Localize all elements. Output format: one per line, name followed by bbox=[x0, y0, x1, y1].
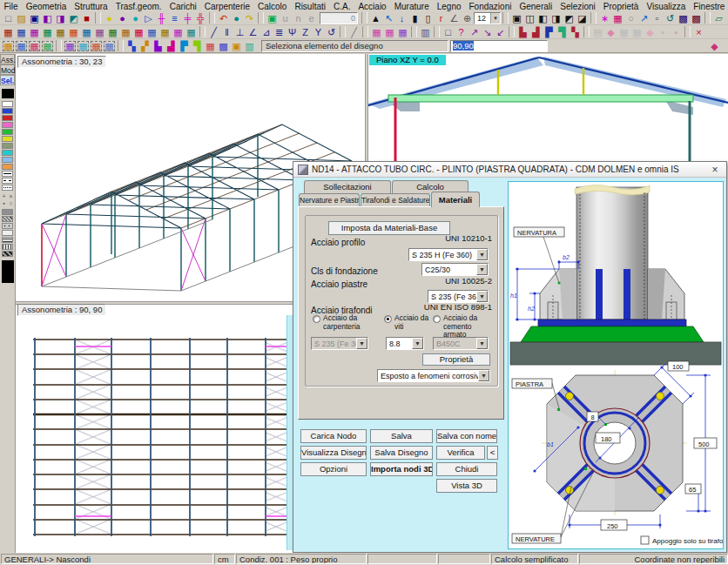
probe-3-icon[interactable]: ↙ bbox=[494, 26, 507, 38]
prop-15-icon[interactable]: ▦ bbox=[185, 26, 198, 38]
parallel-icon[interactable]: ‖ bbox=[220, 26, 233, 38]
window-small-icon[interactable]: ▫ bbox=[650, 12, 664, 24]
visualizza-disegno-button[interactable]: Visualizza Disegno bbox=[300, 446, 367, 460]
menu-propriet-[interactable]: Proprietà bbox=[599, 2, 643, 11]
color-red[interactable] bbox=[2, 115, 13, 121]
pattern-solid[interactable] bbox=[2, 209, 13, 215]
numeric-display[interactable]: 0 bbox=[320, 12, 358, 24]
color-yellow[interactable] bbox=[2, 136, 13, 142]
dropdown-arrow-icon[interactable]: ▾ bbox=[490, 13, 500, 24]
filter-2-icon[interactable]: ▞ bbox=[138, 40, 152, 52]
probe-2-icon[interactable]: ↘ bbox=[481, 26, 494, 38]
menu-c-a-[interactable]: C.A. bbox=[329, 2, 354, 11]
node-tool-3-icon[interactable]: ▛ bbox=[543, 26, 556, 38]
world-icon[interactable]: ⊕ bbox=[461, 12, 474, 24]
info-box-icon[interactable]: □ bbox=[442, 26, 455, 38]
salva-disegno-button[interactable]: Salva Disegno bbox=[370, 446, 433, 460]
dropdown-arrow-icon[interactable]: ▼ bbox=[476, 291, 488, 302]
menu-legno[interactable]: Legno bbox=[433, 2, 465, 11]
pan-icon[interactable]: ↷ bbox=[243, 12, 256, 24]
opzioni-button[interactable]: Opzioni bbox=[300, 462, 367, 476]
prop-5-icon[interactable]: ▦ bbox=[54, 26, 67, 38]
menu-generali[interactable]: Generali bbox=[516, 2, 556, 11]
close-icon[interactable]: × bbox=[708, 163, 722, 177]
zoom-window-icon[interactable]: ◧ bbox=[41, 12, 54, 24]
menu-carpenterie[interactable]: Carpenterie bbox=[200, 2, 253, 11]
mesh-3-icon[interactable]: ▦ bbox=[396, 26, 409, 38]
z-axis-icon[interactable]: Z bbox=[299, 26, 312, 38]
current-color-swatch[interactable] bbox=[2, 89, 14, 98]
sel-all-icon[interactable]: ▦ bbox=[103, 40, 116, 52]
grid-x-icon[interactable]: ╬ bbox=[194, 12, 207, 24]
menu-struttura[interactable]: Struttura bbox=[71, 2, 111, 11]
node-tool-5-icon[interactable]: ▚ bbox=[569, 26, 582, 38]
view-solid-icon[interactable]: ▮ bbox=[408, 12, 421, 24]
pattern-hlines[interactable] bbox=[2, 237, 13, 243]
export-3-icon[interactable]: ▦ bbox=[617, 26, 630, 38]
node-flag-icon[interactable]: ▷ bbox=[142, 12, 155, 24]
dropdown-arrow-icon[interactable]: ▼ bbox=[476, 249, 488, 260]
prop-6-icon[interactable]: ▦ bbox=[67, 26, 80, 38]
ref-icon[interactable]: r bbox=[435, 12, 448, 24]
mesh-1-icon[interactable]: ▦ bbox=[370, 26, 383, 38]
y-axis-icon[interactable]: Y bbox=[312, 26, 325, 38]
tab-materiali[interactable]: Materiali bbox=[431, 192, 480, 207]
salva-button[interactable]: Salva bbox=[370, 429, 433, 443]
redraw-icon[interactable]: ■ bbox=[80, 12, 93, 24]
export-6-icon[interactable]: ▪ bbox=[657, 26, 670, 38]
carica-nodo-button[interactable]: Carica Nodo bbox=[300, 429, 367, 443]
color-magenta[interactable] bbox=[2, 122, 13, 128]
fork-icon[interactable]: Ψ bbox=[286, 26, 299, 38]
appoggio-checkbox[interactable] bbox=[641, 536, 649, 544]
sel-add-icon[interactable]: ▦ bbox=[64, 40, 77, 52]
new-document-icon[interactable]: □ bbox=[2, 12, 15, 24]
layout-4-icon[interactable]: ◨ bbox=[549, 12, 563, 24]
tab-nervature-e-piastra[interactable]: Nervature e Piastra bbox=[299, 193, 360, 207]
palette-icon[interactable]: ▦ bbox=[611, 12, 624, 24]
prop-12-icon[interactable]: ▦ bbox=[145, 26, 158, 38]
triangle-icon[interactable]: ⊿ bbox=[260, 26, 273, 38]
color-white[interactable] bbox=[2, 101, 13, 107]
render-glass-icon[interactable]: ● bbox=[129, 12, 142, 24]
view-button-ass[interactable]: Ass. bbox=[0, 54, 15, 64]
view-button-mod[interactable]: Mod bbox=[0, 64, 15, 75]
pattern-dense[interactable] bbox=[2, 251, 13, 257]
grid-w-icon[interactable]: ╪ bbox=[181, 12, 194, 24]
color-orange[interactable] bbox=[2, 164, 13, 170]
dropdown-arrow-icon[interactable]: ▼ bbox=[412, 338, 423, 349]
dropdown-arrow-icon[interactable]: ▼ bbox=[476, 264, 488, 275]
prop-10-icon[interactable]: ▦ bbox=[119, 26, 132, 38]
menu-risultati[interactable]: Risultati bbox=[291, 2, 330, 11]
prop-9-icon[interactable]: ▦ bbox=[106, 26, 119, 38]
zoom-dynamic-icon[interactable]: ◨ bbox=[54, 12, 67, 24]
menu-trasf-geom-[interactable]: Trasf.geom. bbox=[111, 2, 165, 11]
snap-circle-icon[interactable]: ○ bbox=[8, 200, 15, 207]
viewport-frame-elevation[interactable] bbox=[366, 54, 728, 162]
perpendicular-icon[interactable]: ⊥ bbox=[233, 26, 246, 38]
pattern-vlines[interactable] bbox=[2, 244, 13, 250]
prop-14-icon[interactable]: ▦ bbox=[172, 26, 185, 38]
arrow-ne-icon[interactable]: ↗ bbox=[637, 12, 650, 24]
prop-13-icon[interactable]: ▦ bbox=[158, 26, 172, 38]
snap-node-icon[interactable]: ▪ bbox=[1, 200, 8, 207]
view-hollow-icon[interactable]: ▯ bbox=[421, 12, 435, 24]
export-4-icon[interactable]: ▦ bbox=[630, 26, 644, 38]
node-tool-2-icon[interactable]: ▟ bbox=[529, 26, 543, 38]
prop-2-icon[interactable]: ▦ bbox=[15, 26, 28, 38]
lens-icon[interactable]: ○ bbox=[624, 12, 637, 24]
export-5-icon[interactable]: ◆ bbox=[644, 26, 657, 38]
pick-icon[interactable]: ↖ bbox=[382, 12, 395, 24]
open-folder-icon[interactable]: ▨ bbox=[15, 12, 28, 24]
cube-1-icon[interactable]: ▱ bbox=[712, 12, 725, 24]
menu-selezioni[interactable]: Selezioni bbox=[556, 2, 600, 11]
layout-1-icon[interactable]: ▣ bbox=[510, 12, 523, 24]
layout-2-icon[interactable]: ◫ bbox=[523, 12, 536, 24]
menu-fondazioni[interactable]: Fondazioni bbox=[465, 2, 516, 11]
close-tool-icon[interactable]: × bbox=[692, 26, 705, 38]
menu-finestre[interactable]: Finestre bbox=[690, 2, 728, 11]
filter-8-icon[interactable]: ▩ bbox=[217, 40, 230, 52]
eraser-icon[interactable]: ◆ bbox=[708, 40, 721, 52]
sel-crossing-icon[interactable]: ▦ bbox=[15, 40, 28, 52]
render-solid-icon[interactable]: ● bbox=[103, 12, 116, 24]
radio-acciaio-viti[interactable]: Acciaio da viti bbox=[384, 314, 431, 331]
